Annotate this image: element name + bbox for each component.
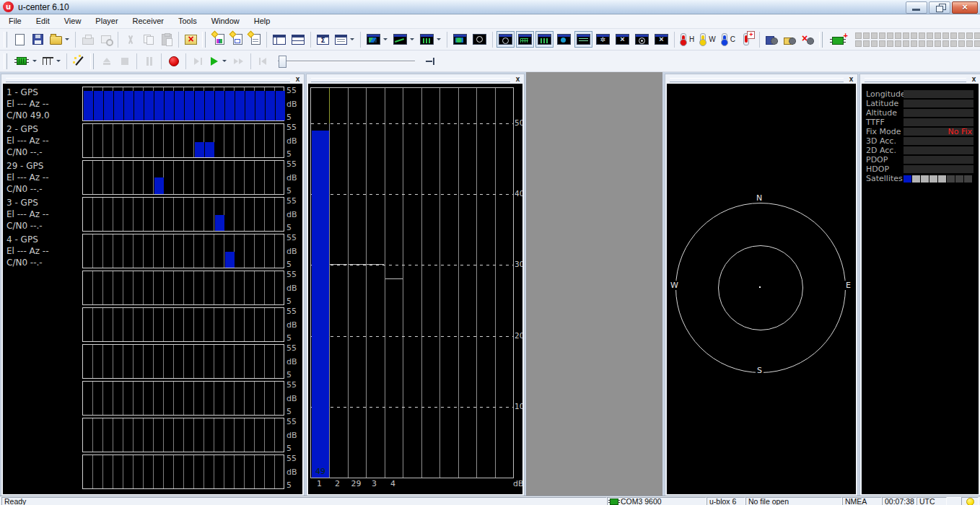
toolbar-grip[interactable] — [202, 32, 206, 48]
axis-label: 5 — [286, 371, 302, 379]
new-file-button[interactable] — [12, 31, 28, 48]
toolbar-grip[interactable] — [4, 32, 7, 48]
panel-close-button[interactable]: x — [293, 75, 302, 84]
toolbar-grip[interactable] — [4, 53, 7, 69]
toolbar-grip[interactable] — [90, 53, 94, 69]
skipend-icon — [425, 57, 435, 66]
history-gridline — [133, 271, 134, 304]
add-connection-button[interactable] — [827, 31, 849, 48]
history-gridline — [224, 271, 224, 304]
new-chart-view-button[interactable] — [210, 31, 227, 48]
messages-view-button[interactable] — [333, 31, 356, 48]
page-chart-icon — [215, 34, 224, 45]
baudrate-button[interactable] — [40, 53, 63, 69]
new-text-view-button[interactable] — [246, 31, 263, 48]
docking-add-button[interactable] — [739, 31, 756, 48]
dropdown-caret-icon[interactable] — [56, 60, 61, 62]
history-gridline — [193, 271, 194, 304]
data-field-value-text: No Fix — [948, 127, 972, 136]
thermo-red-icon — [681, 33, 686, 45]
deviation-view-button[interactable] — [613, 31, 631, 48]
panel-grip[interactable] — [311, 78, 510, 82]
history-gridline — [234, 124, 235, 157]
data-grid-view-button[interactable] — [516, 31, 534, 48]
playback-position-slider[interactable] — [278, 55, 415, 68]
menu-item-window[interactable]: Window — [204, 14, 247, 28]
split-top-button[interactable] — [289, 31, 307, 48]
dropdown-caret-icon[interactable] — [222, 60, 227, 62]
deviation-map-button[interactable] — [471, 31, 489, 48]
satellite-level-cell — [919, 40, 925, 47]
dropdown-caret-icon[interactable] — [383, 38, 388, 40]
menu-item-player[interactable]: Player — [88, 14, 125, 28]
docking-warm-button[interactable]: W — [698, 31, 717, 48]
history-gridline — [123, 308, 123, 341]
history-gridline — [244, 234, 245, 268]
docking-cold-button[interactable]: C — [719, 31, 738, 48]
chart-gridline — [439, 88, 440, 478]
save-file-button[interactable] — [30, 31, 46, 48]
panel-grip[interactable] — [865, 78, 966, 82]
dropdown-caret-icon[interactable] — [410, 38, 414, 40]
panel-grip[interactable] — [6, 78, 290, 82]
menu-item-view[interactable]: View — [57, 14, 89, 28]
window-title: u-center 6.10 — [18, 2, 69, 12]
world-position-view-button[interactable] — [555, 31, 573, 48]
skip-to-end-button[interactable] — [421, 53, 438, 69]
panel-close-button[interactable]: x — [846, 75, 856, 84]
panel-grip[interactable] — [670, 78, 844, 82]
menu-item-receiver[interactable]: Receiver — [126, 14, 171, 28]
dropdown-caret-icon[interactable] — [350, 38, 354, 40]
history-gridline — [113, 198, 113, 231]
camera-view-button[interactable] — [364, 31, 390, 48]
new-date-view-button[interactable] — [228, 31, 245, 48]
signal-chart-view-button[interactable] — [535, 31, 554, 48]
panel-close-button[interactable]: x — [513, 75, 522, 84]
restore-button[interactable] — [929, 1, 950, 14]
delete-workspace-button[interactable] — [800, 31, 816, 48]
menu-item-file[interactable]: File — [1, 14, 29, 28]
menu-item-help[interactable]: Help — [247, 14, 278, 28]
chart-view-button[interactable] — [391, 31, 416, 48]
statistic-view-button[interactable] — [315, 31, 331, 48]
clear-all-button[interactable] — [183, 31, 199, 48]
satellite-cno: C/N0 --.- — [6, 146, 82, 158]
histogram-view-button[interactable] — [418, 31, 443, 48]
data-field-value — [904, 100, 974, 107]
autobaud-button[interactable] — [71, 53, 87, 69]
dropdown-caret-icon[interactable] — [32, 60, 37, 62]
altitude-view-button[interactable] — [652, 31, 670, 48]
panel-close-button[interactable]: x — [969, 75, 979, 84]
panel-header: x — [860, 74, 980, 84]
satellite-history-row: 55dB5 — [3, 271, 302, 307]
map-view-button[interactable] — [451, 31, 469, 48]
docking-hot-button[interactable]: H — [678, 31, 696, 48]
menu-item-edit[interactable]: Edit — [29, 14, 57, 28]
chart-gridline — [348, 88, 349, 478]
save-workspace-button[interactable] — [764, 31, 780, 48]
open-file-button[interactable] — [48, 31, 71, 48]
close-window-button[interactable] — [952, 1, 978, 14]
minimize-button[interactable] — [906, 1, 927, 14]
history-gridline — [254, 271, 255, 304]
status-connection: COM3 9600 — [607, 497, 706, 505]
axis-label: dB — [286, 247, 302, 255]
chart-gridline — [366, 88, 367, 478]
play-button[interactable] — [208, 53, 229, 69]
dropdown-caret-icon[interactable] — [65, 38, 69, 40]
connect-button[interactable] — [12, 53, 39, 69]
clock-view-button[interactable] — [633, 31, 651, 48]
record-button[interactable] — [165, 53, 182, 69]
open-workspace-button[interactable] — [782, 31, 798, 48]
menu-item-tools[interactable]: Tools — [171, 14, 204, 28]
slider-thumb[interactable] — [279, 56, 286, 68]
cno-bar-outline — [330, 264, 347, 265]
split-left-button[interactable] — [271, 31, 288, 48]
satellite-level-cell — [863, 40, 870, 47]
sky-view-button[interactable] — [496, 31, 515, 48]
dropdown-caret-icon[interactable] — [437, 38, 441, 40]
history-gridline — [123, 161, 123, 194]
toolbar-grip[interactable] — [819, 32, 823, 48]
table-view-button[interactable] — [574, 31, 592, 48]
compass-view-button[interactable] — [594, 31, 612, 48]
